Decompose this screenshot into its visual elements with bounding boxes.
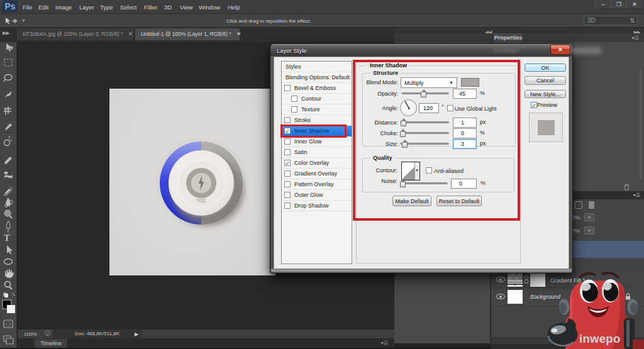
svg-text:inwepo: inwepo xyxy=(579,332,621,345)
svg-text:T: T xyxy=(4,233,10,243)
